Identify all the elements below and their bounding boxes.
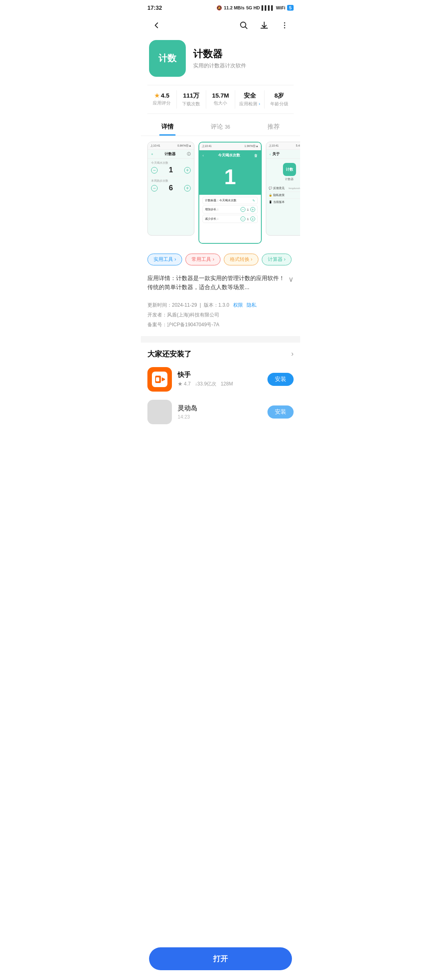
stat-downloads: 111万 下载次数 — [177, 90, 206, 109]
screenshot-3[interactable]: 上10:41 5.4K%⑪▲ ‹ 关于 计数 计数器 💬 反馈意见 fengdu… — [266, 142, 300, 236]
size-value: 15.7M — [212, 92, 229, 99]
kuaishou-star: ★ — [178, 381, 183, 387]
app-icon: 计数 — [149, 40, 186, 77]
desc-chevron[interactable]: ∨ — [288, 274, 294, 285]
stat-age: 8岁 年龄分级 — [265, 90, 294, 109]
desc-text: 应用详情：计数器是一款实用的管理计数的应用软件！传统的简单计数器，适合点人数等场… — [147, 275, 285, 290]
age-value: 8岁 — [274, 92, 284, 100]
network-speed: 11.2 MB/s — [224, 5, 245, 10]
nav-right-icons — [236, 18, 292, 33]
bottom-spacer — [141, 428, 300, 469]
rating-value: 4.5 — [161, 92, 169, 99]
list-item-kuaishou: 快手 ★ 4.7 ↓33.9亿次 128M 安装 — [141, 363, 300, 396]
app-subtitle: 实用的计数器计次软件 — [193, 62, 246, 69]
rating-label: 应用评分 — [153, 100, 171, 106]
tab-details[interactable]: 详情 — [141, 118, 194, 136]
partial-install-button[interactable]: 安装 — [267, 405, 294, 419]
download-button[interactable] — [257, 18, 272, 33]
stat-rating: ★ 4.5 应用评分 — [147, 90, 177, 109]
kuaishou-name: 快手 — [178, 371, 262, 379]
tabs: 详情 评论 36 推荐 — [141, 118, 300, 136]
more-button[interactable] — [277, 18, 292, 33]
downloads-label: 下载次数 — [182, 101, 200, 107]
svg-marker-5 — [162, 377, 165, 381]
chip-calculator[interactable]: 计算器 › — [262, 254, 292, 265]
downloads-value: 111万 — [183, 92, 199, 100]
network-type: 5G HD — [246, 5, 260, 10]
screenshots-container: 上10:41 0.8K%⑪▲ + 计数器 ⓘ 今天喝水次数 − 1 + 本周跑步… — [141, 136, 300, 249]
status-time: 17:32 — [147, 4, 162, 11]
top-nav — [141, 15, 300, 36]
meta-developer: 开发者：风盾(上海)科技有限公司 — [147, 310, 294, 320]
meta-info: 更新时间：2024-11-29 | 版本：1.3.0 权限 隐私 开发者：风盾(… — [141, 296, 300, 336]
svg-point-1 — [284, 22, 285, 24]
stats-row: ★ 4.5 应用评分 111万 下载次数 15.7M 包大小 安全 应用检测 ›… — [147, 85, 294, 114]
kuaishou-install-button[interactable]: 安装 — [267, 373, 294, 386]
app-header: 计数 计数器 实用的计数器计次软件 — [141, 36, 300, 85]
partial-app-icon — [147, 400, 172, 424]
signal-icon: ▌▌▌▌ — [262, 5, 274, 10]
kuaishou-stats: ★ 4.7 ↓33.9亿次 128M — [178, 381, 262, 388]
partial-app-name: 灵动岛 — [178, 404, 262, 413]
size-label: 包大小 — [214, 100, 227, 106]
star-icon: ★ — [154, 92, 160, 99]
section-divider — [141, 336, 300, 339]
safety-link-arrow: › — [258, 101, 260, 106]
back-button[interactable] — [149, 18, 164, 33]
permissions-link[interactable]: 权限 — [233, 302, 243, 308]
app-description: ∨ 应用详情：计数器是一款实用的管理计数的应用软件！传统的简单计数器，适合点人数… — [141, 270, 300, 296]
chip-practical-tools[interactable]: 实用工具 › — [147, 254, 182, 265]
svg-point-2 — [284, 25, 285, 26]
app-info: 计数器 实用的计数器计次软件 — [193, 47, 246, 69]
tab-reviews[interactable]: 评论 36 — [194, 118, 247, 136]
screenshot-2[interactable]: 上10:41 1.9K%⑪▲ ‹ 今天喝水次数 🗑 1 计数标题：今天喝水次数 … — [198, 142, 262, 244]
also-installed-header: 大家还安装了 › — [141, 339, 300, 363]
partial-app-stats: 14:23 — [178, 414, 262, 420]
tag-chips: 实用工具 › 常用工具 › 格式转换 › 计算器 › — [141, 249, 300, 270]
chip-format-convert[interactable]: 格式转换 › — [224, 254, 258, 265]
safety-label: 应用检测 — [239, 101, 257, 106]
chip-common-tools[interactable]: 常用工具 › — [185, 254, 220, 265]
app-name: 计数器 — [193, 47, 246, 60]
stat-safety[interactable]: 安全 应用检测 › — [235, 90, 265, 109]
section-more-icon[interactable]: › — [291, 350, 294, 358]
mute-icon: 🔕 — [216, 5, 222, 11]
tab-reviews-badge: 36 — [225, 124, 230, 130]
meta-icp: 备案号：沪ICP备19047049号-7A — [147, 320, 294, 330]
wifi-icon: WiFi — [276, 5, 285, 10]
search-button[interactable] — [236, 18, 251, 33]
kuaishou-info: 快手 ★ 4.7 ↓33.9亿次 128M — [178, 371, 262, 388]
tab-recommend[interactable]: 推荐 — [247, 118, 300, 136]
svg-rect-6 — [156, 377, 159, 381]
status-bar: 17:32 🔕 11.2 MB/s 5G HD ▌▌▌▌ WiFi 5 — [141, 0, 300, 15]
battery-icon: 5 — [287, 5, 294, 11]
age-label: 年龄分级 — [270, 101, 288, 107]
svg-point-3 — [284, 27, 285, 29]
kuaishou-app-icon — [147, 367, 172, 392]
stat-size: 15.7M 包大小 — [206, 90, 236, 109]
list-item-partial: 灵动岛 14:23 安装 — [141, 396, 300, 428]
app-icon-text: 计数 — [158, 53, 176, 64]
safety-value: 安全 — [244, 92, 256, 100]
status-right-icons: 🔕 11.2 MB/s 5G HD ▌▌▌▌ WiFi 5 — [216, 5, 294, 11]
meta-update-version: 更新时间：2024-11-29 | 版本：1.3.0 权限 隐私 — [147, 300, 294, 310]
privacy-link[interactable]: 隐私 — [247, 302, 256, 308]
screenshot-1[interactable]: 上10:41 0.8K%⑪▲ + 计数器 ⓘ 今天喝水次数 − 1 + 本周跑步… — [147, 142, 194, 236]
section-title: 大家还安装了 — [147, 349, 192, 359]
